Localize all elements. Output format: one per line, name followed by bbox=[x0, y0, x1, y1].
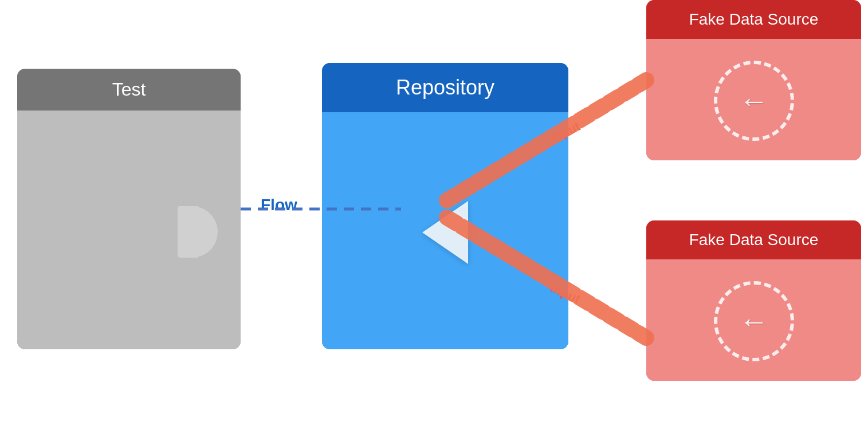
fake-data-source-block-2[interactable]: Fake Data Source ← bbox=[646, 220, 861, 381]
dashed-arrow-1: ← bbox=[708, 55, 800, 147]
flow-label: Flow bbox=[261, 196, 297, 214]
diagram-canvas: Test Repository Fake Data Source ← bbox=[0, 0, 868, 422]
fake-block-1-body: ← bbox=[646, 39, 861, 160]
fake-data-source-block-1[interactable]: Fake Data Source ← bbox=[646, 0, 861, 160]
test-block-body bbox=[17, 111, 241, 349]
repo-block-body bbox=[322, 112, 568, 349]
test-block[interactable]: Test bbox=[17, 69, 241, 349]
dashed-arrow-2: ← bbox=[708, 275, 800, 367]
repository-block[interactable]: Repository bbox=[322, 63, 568, 349]
repo-block-title: Repository bbox=[396, 76, 494, 99]
left-arrow-triangle bbox=[422, 201, 468, 264]
test-block-title: Test bbox=[112, 79, 146, 100]
d-shape-connector bbox=[178, 206, 218, 258]
test-block-header: Test bbox=[17, 69, 241, 111]
fake-block-1-header: Fake Data Source bbox=[646, 0, 861, 39]
fake-block-2-header: Fake Data Source bbox=[646, 220, 861, 259]
fake-block-2-body: ← bbox=[646, 259, 861, 381]
arrow-left-1: ← bbox=[739, 86, 769, 116]
repo-block-header: Repository bbox=[322, 63, 568, 112]
fake-block-2-title: Fake Data Source bbox=[689, 231, 819, 249]
fake-block-1-title: Fake Data Source bbox=[689, 10, 819, 28]
arrow-left-2: ← bbox=[739, 306, 769, 336]
